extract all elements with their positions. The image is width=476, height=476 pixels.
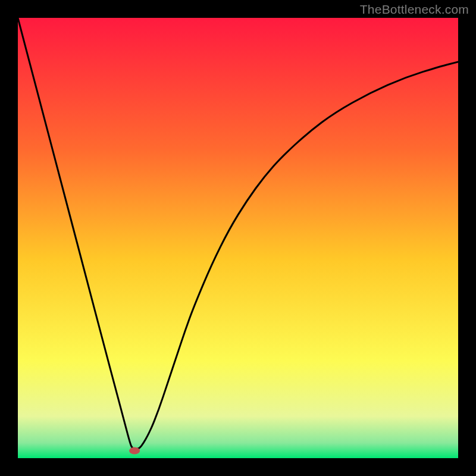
chart-frame: TheBottleneck.com [0,0,476,476]
chart-plot [18,18,458,458]
watermark-text: TheBottleneck.com [360,2,469,17]
chart-svg [18,18,458,458]
marker-dot [129,447,140,454]
